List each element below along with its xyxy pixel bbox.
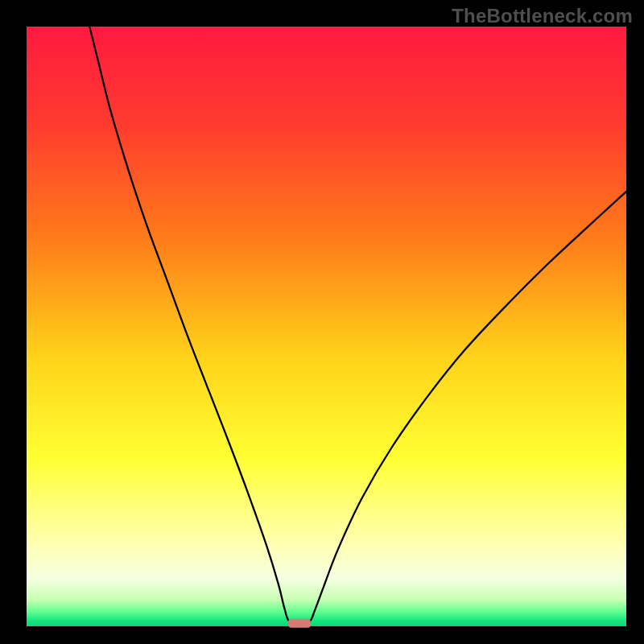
chart-frame: TheBottleneck.com [0, 0, 644, 644]
watermark-text: TheBottleneck.com [452, 5, 633, 27]
heat-gradient-area [27, 27, 626, 626]
bottleneck-chart [0, 0, 644, 644]
optimum-marker [288, 619, 311, 628]
